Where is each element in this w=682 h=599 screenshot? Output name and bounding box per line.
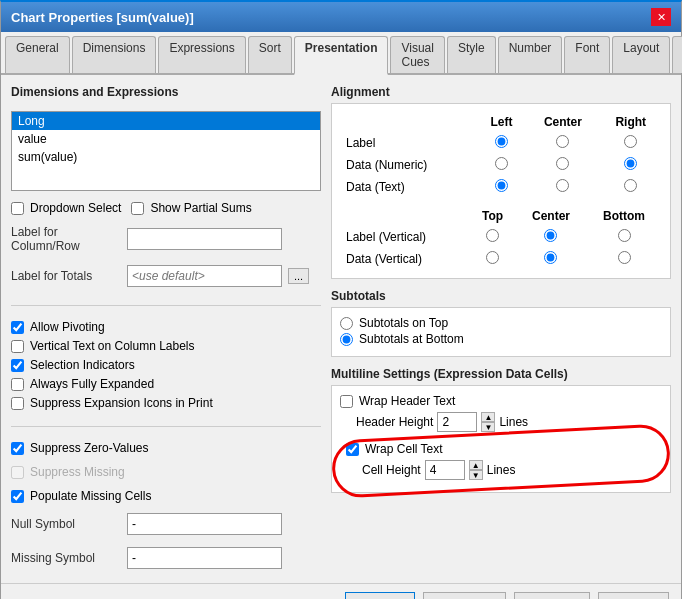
header-height-up[interactable]: ▲ (481, 412, 495, 422)
tab-caption[interactable]: Caption (672, 36, 682, 73)
close-button[interactable]: ✕ (651, 8, 671, 26)
label-totals-label: Label for Totals (11, 269, 121, 283)
selection-indicators-label: Selection Indicators (30, 358, 135, 372)
show-partial-sums-checkbox[interactable] (131, 202, 144, 215)
align-row-label: Label (340, 132, 662, 154)
suppress-missing-checkbox[interactable] (11, 466, 24, 479)
selection-indicators-checkbox[interactable] (11, 359, 24, 372)
tab-font[interactable]: Font (564, 36, 610, 73)
tab-dimensions[interactable]: Dimensions (72, 36, 157, 73)
tab-general[interactable]: General (5, 36, 70, 73)
header-height-label: Header Height (356, 415, 433, 429)
cell-height-row: Cell Height ▲ ▼ Lines (362, 460, 656, 480)
wrap-cell-section: Wrap Cell Text Cell Height ▲ ▼ Lines (340, 438, 662, 484)
align-label-right[interactable] (600, 132, 662, 154)
header-height-down[interactable]: ▼ (481, 422, 495, 432)
suppress-zero-label: Suppress Zero-Values (30, 441, 149, 455)
missing-symbol-field: Missing Symbol (11, 547, 321, 569)
suppress-expansion-checkbox[interactable] (11, 397, 24, 410)
align-label-v-top[interactable] (469, 226, 516, 248)
align-header-left: Left (477, 112, 527, 132)
wrap-cell-text-row: Wrap Cell Text (346, 442, 656, 456)
align-label-center[interactable] (526, 132, 599, 154)
vertical-text-checkbox[interactable] (11, 340, 24, 353)
selection-indicators-row: Selection Indicators (11, 358, 321, 372)
multiline-label: Multiline Settings (Expression Data Cell… (331, 367, 671, 381)
options-group: Allow Pivoting Vertical Text on Column L… (11, 320, 321, 412)
allow-pivoting-checkbox[interactable] (11, 321, 24, 334)
missing-symbol-input[interactable] (127, 547, 282, 569)
align-label-v-bottom[interactable] (586, 226, 662, 248)
vertical-text-row: Vertical Text on Column Labels (11, 339, 321, 353)
listbox-item-sumvalue[interactable]: sum(value) (12, 148, 320, 166)
header-height-input[interactable] (437, 412, 477, 432)
cell-height-input[interactable] (425, 460, 465, 480)
cell-height-up[interactable]: ▲ (469, 460, 483, 470)
align-data-numeric-right[interactable] (600, 154, 662, 176)
subtotals-at-bottom-label: Subtotals at Bottom (359, 332, 464, 346)
footer: OK Cancel Apply Help (1, 583, 681, 599)
alignment-grid: Left Center Right Label (331, 103, 671, 279)
cancel-button[interactable]: Cancel (423, 592, 506, 599)
align-label-v-cell: Label (Vertical) (340, 226, 469, 248)
label-column-row-label: Label for Column/Row (11, 225, 121, 253)
apply-button[interactable]: Apply (514, 592, 590, 599)
label-column-row-field: Label for Column/Row (11, 225, 321, 253)
align-header-center: Center (526, 112, 599, 132)
label-totals-button[interactable]: ... (288, 268, 309, 284)
align-data-text-cell: Data (Text) (340, 176, 477, 198)
dropdown-select-row: Dropdown Select (11, 201, 121, 215)
tab-expressions[interactable]: Expressions (158, 36, 245, 73)
main-content: Dimensions and Expressions Long value su… (1, 75, 681, 583)
header-lines-label: Lines (499, 415, 528, 429)
align-data-numeric-left[interactable] (477, 154, 527, 176)
tab-layout[interactable]: Layout (612, 36, 670, 73)
subtotals-on-top-radio[interactable] (340, 317, 353, 330)
help-button[interactable]: Help (598, 592, 669, 599)
wrap-cell-text-checkbox[interactable] (346, 443, 359, 456)
populate-missing-checkbox[interactable] (11, 490, 24, 503)
listbox-item-value[interactable]: value (12, 130, 320, 148)
align-v-top: Top (469, 206, 516, 226)
label-column-row-input[interactable] (127, 228, 282, 250)
multiline-group: Wrap Header Text Header Height ▲ ▼ Lines (331, 385, 671, 493)
dimensions-listbox[interactable]: Long value sum(value) (11, 111, 321, 191)
alignment-vertical-table: Top Center Bottom Label (Vertical) (340, 206, 662, 270)
tab-sort[interactable]: Sort (248, 36, 292, 73)
suppress-zero-checkbox[interactable] (11, 442, 24, 455)
null-symbol-input[interactable] (127, 513, 282, 535)
align-label-v-center[interactable] (516, 226, 586, 248)
dropdown-select-checkbox[interactable] (11, 202, 24, 215)
align-data-v-bottom[interactable] (586, 248, 662, 270)
cell-height-down[interactable]: ▼ (469, 470, 483, 480)
alignment-label: Alignment (331, 85, 671, 99)
multiline-section: Multiline Settings (Expression Data Cell… (331, 367, 671, 493)
tab-number[interactable]: Number (498, 36, 563, 73)
vertical-text-label: Vertical Text on Column Labels (30, 339, 195, 353)
tab-style[interactable]: Style (447, 36, 496, 73)
listbox-item-long[interactable]: Long (12, 112, 320, 130)
dimensions-section-label: Dimensions and Expressions (11, 85, 321, 99)
tab-visual-cues[interactable]: Visual Cues (390, 36, 444, 73)
align-data-text-right[interactable] (600, 176, 662, 198)
align-data-v-top[interactable] (469, 248, 516, 270)
right-panel: Alignment Left Center Right (331, 85, 671, 573)
cell-height-spinner: ▲ ▼ (469, 460, 483, 480)
label-totals-input[interactable] (127, 265, 282, 287)
wrap-header-text-checkbox[interactable] (340, 395, 353, 408)
cell-lines-label: Lines (487, 463, 516, 477)
align-data-text-left[interactable] (477, 176, 527, 198)
alignment-table: Left Center Right Label (340, 112, 662, 198)
dropdown-select-label: Dropdown Select (30, 201, 121, 215)
allow-pivoting-label: Allow Pivoting (30, 320, 105, 334)
align-label-left[interactable] (477, 132, 527, 154)
subtotals-at-bottom-radio[interactable] (340, 333, 353, 346)
align-row-data-text: Data (Text) (340, 176, 662, 198)
align-data-numeric-center[interactable] (526, 154, 599, 176)
tab-presentation[interactable]: Presentation (294, 36, 389, 75)
always-fully-expanded-checkbox[interactable] (11, 378, 24, 391)
ok-button[interactable]: OK (345, 592, 415, 599)
align-data-v-center[interactable] (516, 248, 586, 270)
align-data-text-center[interactable] (526, 176, 599, 198)
subtotals-on-top-label: Subtotals on Top (359, 316, 448, 330)
